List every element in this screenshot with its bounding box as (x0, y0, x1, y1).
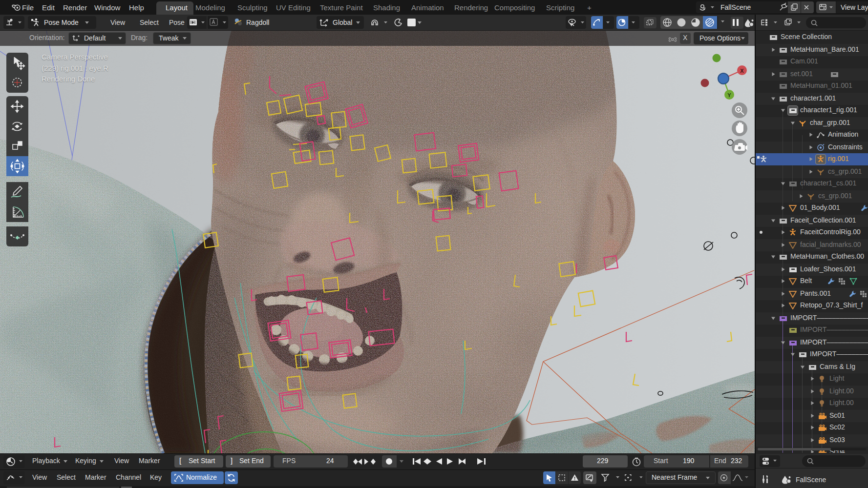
svg-text:Y: Y (727, 92, 731, 98)
svg-text:X: X (740, 68, 744, 74)
